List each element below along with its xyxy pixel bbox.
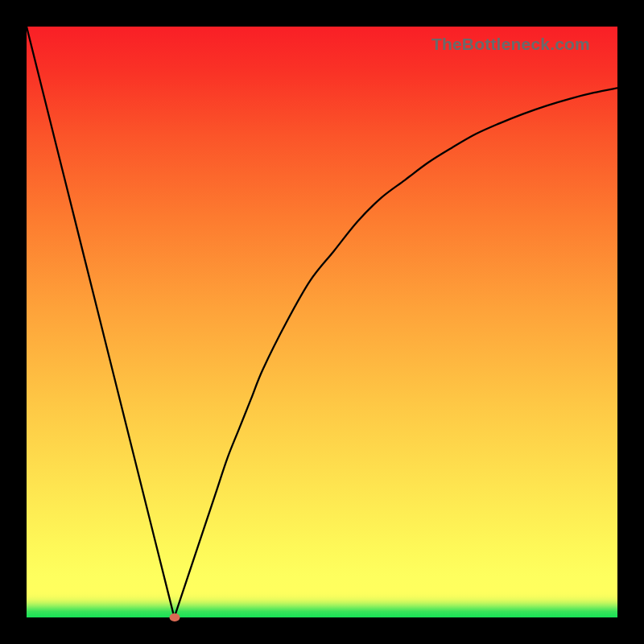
attribution-text: TheBottleneck.com xyxy=(431,35,590,54)
bottleneck-curve xyxy=(27,27,617,617)
minimum-marker xyxy=(169,613,180,621)
plot-area: TheBottleneck.com xyxy=(27,27,617,617)
chart-frame: TheBottleneck.com xyxy=(0,0,644,644)
